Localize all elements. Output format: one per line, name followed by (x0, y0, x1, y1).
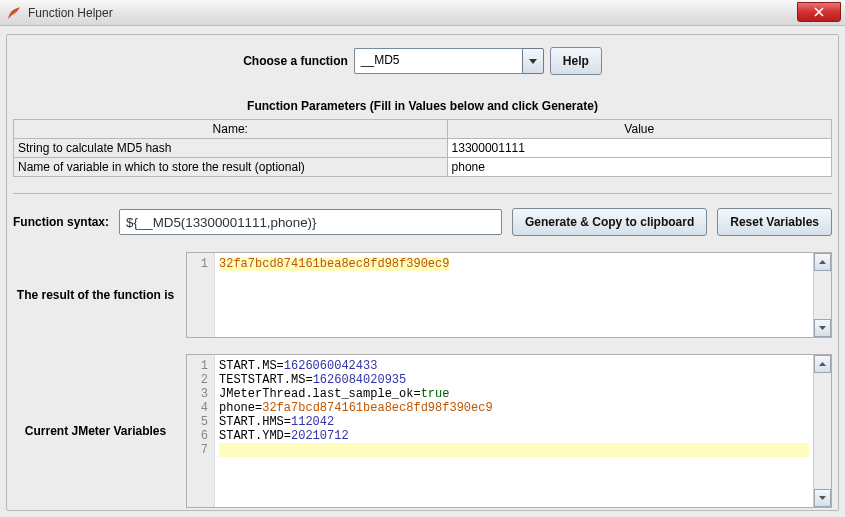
scrollbar[interactable] (813, 253, 831, 337)
param-name-cell: String to calculate MD5 hash (14, 139, 448, 158)
titlebar: Function Helper (0, 0, 845, 26)
syntax-label: Function syntax: (13, 215, 109, 229)
window-title: Function Helper (28, 6, 113, 20)
choose-function-label: Choose a function (243, 54, 348, 68)
dialog-body: Choose a function __MD5 Help Function Pa… (6, 34, 839, 511)
vars-row: Current JMeter Variables 1234567 START.M… (13, 354, 832, 508)
param-name-cell: Name of variable in which to store the r… (14, 158, 448, 177)
param-value-cell[interactable]: 13300001111 (447, 139, 831, 158)
result-pane: 1 32fa7bcd874161bea8ec8fd98f390ec9 (186, 252, 832, 338)
chevron-down-icon[interactable] (522, 48, 544, 74)
help-button[interactable]: Help (550, 47, 602, 75)
reset-button[interactable]: Reset Variables (717, 208, 832, 236)
table-row: Name of variable in which to store the r… (14, 158, 832, 177)
result-row: The result of the function is 1 32fa7bcd… (13, 252, 832, 338)
chevron-up-icon[interactable] (814, 253, 831, 271)
app-icon (6, 5, 22, 21)
window-close-button[interactable] (797, 2, 841, 22)
table-row: String to calculate MD5 hash 13300001111 (14, 139, 832, 158)
vars-text[interactable]: START.MS=1626060042433TESTSTART.MS=16260… (215, 355, 813, 507)
chevron-down-icon[interactable] (814, 489, 831, 507)
result-label: The result of the function is (13, 288, 178, 302)
generate-button[interactable]: Generate & Copy to clipboard (512, 208, 707, 236)
param-value-cell[interactable]: phone (447, 158, 831, 177)
function-selector-row: Choose a function __MD5 Help (13, 47, 832, 75)
params-header-value: Value (447, 120, 831, 139)
params-table: Name: Value String to calculate MD5 hash… (13, 119, 832, 177)
chevron-up-icon[interactable] (814, 355, 831, 373)
function-combo[interactable]: __MD5 (354, 48, 544, 74)
syntax-input[interactable] (119, 209, 502, 235)
scrollbar[interactable] (813, 355, 831, 507)
vars-pane: 1234567 START.MS=1626060042433TESTSTART.… (186, 354, 832, 508)
result-gutter: 1 (187, 253, 215, 337)
function-combo-value[interactable]: __MD5 (354, 48, 522, 74)
syntax-row: Function syntax: Generate & Copy to clip… (13, 208, 832, 236)
chevron-down-icon[interactable] (814, 319, 831, 337)
params-title: Function Parameters (Fill in Values belo… (13, 99, 832, 113)
params-header-name: Name: (14, 120, 448, 139)
vars-label: Current JMeter Variables (13, 424, 178, 438)
result-text[interactable]: 32fa7bcd874161bea8ec8fd98f390ec9 (215, 253, 813, 337)
divider (13, 193, 832, 194)
vars-gutter: 1234567 (187, 355, 215, 507)
